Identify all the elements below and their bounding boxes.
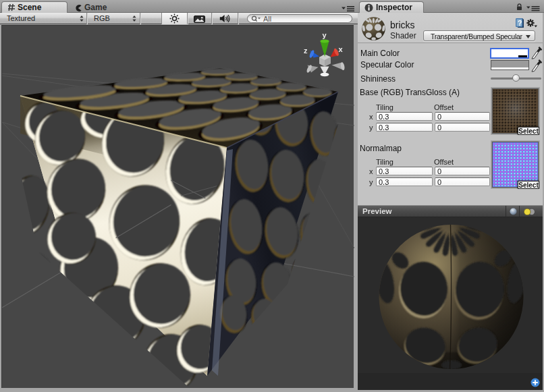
svg-text:?: ? — [518, 19, 522, 27]
svg-text:y: y — [323, 31, 327, 39]
svg-text:z: z — [304, 47, 308, 55]
svg-text:x: x — [339, 45, 344, 53]
